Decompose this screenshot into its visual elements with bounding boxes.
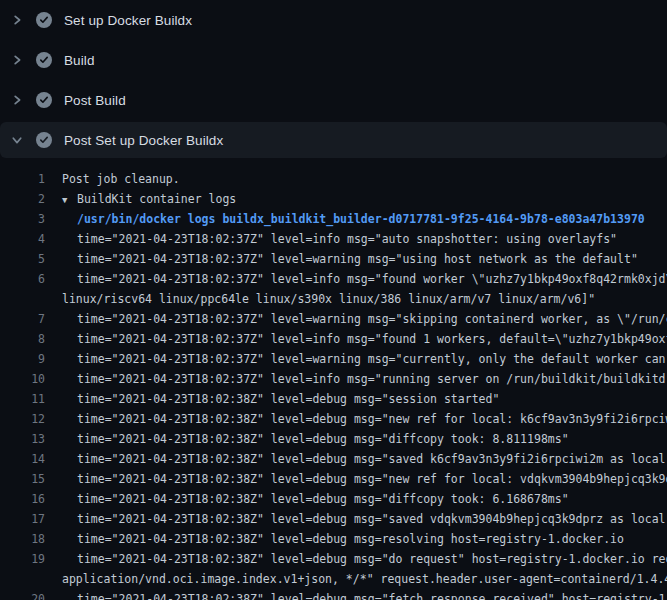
log-line: 19time="2021-04-23T18:02:38Z" level=debu… <box>0 549 667 569</box>
line-number[interactable]: 6 <box>0 269 45 289</box>
step-set-up-docker-buildx[interactable]: Set up Docker Buildx <box>0 0 667 40</box>
log-line: 13time="2021-04-23T18:02:38Z" level=debu… <box>0 429 667 449</box>
line-number[interactable]: 10 <box>0 369 45 389</box>
triangle-down-icon[interactable]: ▼ <box>62 190 77 209</box>
log-text-content: time="2021-04-23T18:02:37Z" level=info m… <box>77 372 667 386</box>
log-text-content: time="2021-04-23T18:02:38Z" level=debug … <box>77 492 569 506</box>
log-text: time="2021-04-23T18:02:38Z" level=debug … <box>77 549 667 569</box>
line-number[interactable]: 20 <box>0 589 45 600</box>
line-number[interactable]: 9 <box>0 349 45 369</box>
line-number[interactable] <box>0 569 45 589</box>
step-build[interactable]: Build <box>0 40 667 80</box>
line-number[interactable] <box>0 289 45 309</box>
log-line: 20time="2021-04-23T18:02:38Z" level=debu… <box>0 589 667 600</box>
step-label: Set up Docker Buildx <box>64 13 192 28</box>
log-line: 15time="2021-04-23T18:02:38Z" level=debu… <box>0 469 667 489</box>
chevron-down-icon <box>8 131 26 149</box>
line-number[interactable]: 3 <box>0 209 45 229</box>
log-line: application/vnd.oci.image.index.v1+json,… <box>0 569 667 589</box>
log-line: 4time="2021-04-23T18:02:37Z" level=info … <box>0 229 667 249</box>
log-line: 14time="2021-04-23T18:02:38Z" level=debu… <box>0 449 667 469</box>
log-text: time="2021-04-23T18:02:38Z" level=debug … <box>77 589 667 600</box>
log-line: 2▼BuildKit container logs <box>0 189 667 209</box>
log-text: time="2021-04-23T18:02:38Z" level=debug … <box>77 429 569 449</box>
actions-log-viewer: { "steps": [ { "label": "Set up Docker B… <box>0 0 667 600</box>
log-line: linux/riscv64 linux/ppc64le linux/s390x … <box>0 289 667 309</box>
log-text-content: time="2021-04-23T18:02:38Z" level=debug … <box>77 592 667 600</box>
log-text: time="2021-04-23T18:02:37Z" level=info m… <box>77 369 667 389</box>
line-number[interactable]: 19 <box>0 549 45 569</box>
log-text-content: time="2021-04-23T18:02:38Z" level=debug … <box>77 552 667 566</box>
chevron-right-icon <box>8 91 26 109</box>
log-line: 9time="2021-04-23T18:02:37Z" level=warni… <box>0 349 667 369</box>
check-circle-icon <box>36 12 52 28</box>
log-text-content: BuildKit container logs <box>77 192 236 206</box>
log-text-content: time="2021-04-23T18:02:37Z" level=info m… <box>77 332 667 346</box>
log-text: time="2021-04-23T18:02:38Z" level=debug … <box>77 489 569 509</box>
line-number[interactable]: 7 <box>0 309 45 329</box>
log-area: 1Post job cleanup.2▼BuildKit container l… <box>0 160 667 600</box>
line-number[interactable]: 18 <box>0 529 45 549</box>
log-text-content: time="2021-04-23T18:02:37Z" level=info m… <box>77 232 617 246</box>
log-text-content: time="2021-04-23T18:02:38Z" level=debug … <box>77 452 667 466</box>
line-number[interactable]: 17 <box>0 509 45 529</box>
chevron-right-icon <box>8 11 26 29</box>
check-circle-icon <box>36 92 52 108</box>
log-text-content: time="2021-04-23T18:02:38Z" level=debug … <box>77 512 667 526</box>
step-label: Post Set up Docker Buildx <box>64 133 223 148</box>
line-number[interactable]: 1 <box>0 169 45 189</box>
log-line: 10time="2021-04-23T18:02:37Z" level=info… <box>0 369 667 389</box>
chevron-right-icon <box>8 51 26 69</box>
steps-list: Set up Docker Buildx Build Post Build Po… <box>0 0 667 158</box>
log-line: 5time="2021-04-23T18:02:37Z" level=warni… <box>0 249 667 269</box>
log-text: time="2021-04-23T18:02:37Z" level=info m… <box>77 269 667 289</box>
line-number[interactable]: 14 <box>0 449 45 469</box>
command-text: /usr/bin/docker logs buildx_buildkit_bui… <box>77 209 645 229</box>
log-text: ▼BuildKit container logs <box>62 189 236 209</box>
log-line: 18time="2021-04-23T18:02:38Z" level=debu… <box>0 529 667 549</box>
log-text-content: application/vnd.oci.image.index.v1+json,… <box>62 572 667 586</box>
log-line: 17time="2021-04-23T18:02:38Z" level=debu… <box>0 509 667 529</box>
log-line: 1Post job cleanup. <box>0 169 667 189</box>
log-text-content: linux/riscv64 linux/ppc64le linux/s390x … <box>62 292 595 306</box>
step-label: Build <box>64 53 95 68</box>
log-text-content: time="2021-04-23T18:02:37Z" level=warnin… <box>77 352 667 366</box>
log-text-content: time="2021-04-23T18:02:38Z" level=debug … <box>77 392 499 406</box>
log-text: time="2021-04-23T18:02:38Z" level=debug … <box>77 509 667 529</box>
line-number[interactable]: 16 <box>0 489 45 509</box>
log-text-content: time="2021-04-23T18:02:38Z" level=debug … <box>77 472 667 486</box>
log-line: 3/usr/bin/docker logs buildx_buildkit_bu… <box>0 209 667 229</box>
log-text: time="2021-04-23T18:02:37Z" level=info m… <box>77 329 667 349</box>
log-text: time="2021-04-23T18:02:37Z" level=info m… <box>77 229 617 249</box>
step-post-build[interactable]: Post Build <box>0 80 667 120</box>
log-text: time="2021-04-23T18:02:38Z" level=debug … <box>77 469 667 489</box>
log-text-content: time="2021-04-23T18:02:38Z" level=debug … <box>77 432 569 446</box>
log-text-content: /usr/bin/docker logs buildx_buildkit_bui… <box>77 212 645 226</box>
log-text-content: time="2021-04-23T18:02:37Z" level=warnin… <box>77 252 638 266</box>
line-number[interactable]: 4 <box>0 229 45 249</box>
log-line: 7time="2021-04-23T18:02:37Z" level=warni… <box>0 309 667 329</box>
log-text-content: time="2021-04-23T18:02:38Z" level=debug … <box>77 412 667 426</box>
log-text: application/vnd.oci.image.index.v1+json,… <box>62 569 667 589</box>
step-label: Post Build <box>64 93 126 108</box>
step-post-set-up-docker-buildx[interactable]: Post Set up Docker Buildx <box>0 122 667 158</box>
log-text: time="2021-04-23T18:02:37Z" level=warnin… <box>77 249 638 269</box>
line-number[interactable]: 8 <box>0 329 45 349</box>
log-text: time="2021-04-23T18:02:37Z" level=warnin… <box>77 349 667 369</box>
line-number[interactable]: 2 <box>0 189 45 209</box>
line-number[interactable]: 5 <box>0 249 45 269</box>
line-number[interactable]: 12 <box>0 409 45 429</box>
log-line: 6time="2021-04-23T18:02:37Z" level=info … <box>0 269 667 289</box>
log-text-content: Post job cleanup. <box>62 172 180 186</box>
line-number[interactable]: 15 <box>0 469 45 489</box>
log-text: time="2021-04-23T18:02:38Z" level=debug … <box>77 529 624 549</box>
log-text: time="2021-04-23T18:02:38Z" level=debug … <box>77 409 667 429</box>
log-text: linux/riscv64 linux/ppc64le linux/s390x … <box>62 289 595 309</box>
check-circle-icon <box>36 132 52 148</box>
line-number[interactable]: 13 <box>0 429 45 449</box>
log-text: Post job cleanup. <box>62 169 180 189</box>
log-line: 12time="2021-04-23T18:02:38Z" level=debu… <box>0 409 667 429</box>
line-number[interactable]: 11 <box>0 389 45 409</box>
check-circle-icon <box>36 52 52 68</box>
log-line: 16time="2021-04-23T18:02:38Z" level=debu… <box>0 489 667 509</box>
